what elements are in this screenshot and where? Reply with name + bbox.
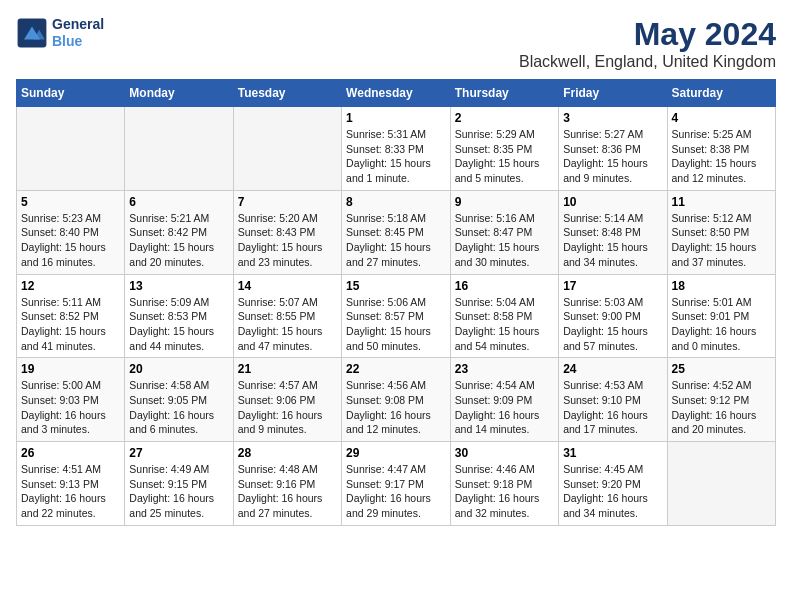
day-info: Sunrise: 5:23 AMSunset: 8:40 PMDaylight:…	[21, 211, 120, 270]
day-number: 19	[21, 362, 120, 376]
day-info: Sunrise: 4:49 AMSunset: 9:15 PMDaylight:…	[129, 462, 228, 521]
day-info: Sunrise: 4:46 AMSunset: 9:18 PMDaylight:…	[455, 462, 554, 521]
day-info: Sunrise: 5:25 AMSunset: 8:38 PMDaylight:…	[672, 127, 772, 186]
day-info: Sunrise: 4:52 AMSunset: 9:12 PMDaylight:…	[672, 378, 772, 437]
calendar-cell: 30Sunrise: 4:46 AMSunset: 9:18 PMDayligh…	[450, 442, 558, 526]
day-number: 20	[129, 362, 228, 376]
header: General Blue May 2024 Blackwell, England…	[16, 16, 776, 71]
day-number: 24	[563, 362, 662, 376]
day-number: 18	[672, 279, 772, 293]
day-info: Sunrise: 5:16 AMSunset: 8:47 PMDaylight:…	[455, 211, 554, 270]
day-number: 27	[129, 446, 228, 460]
day-info: Sunrise: 4:56 AMSunset: 9:08 PMDaylight:…	[346, 378, 446, 437]
day-number: 28	[238, 446, 337, 460]
calendar-cell	[667, 442, 776, 526]
day-info: Sunrise: 4:53 AMSunset: 9:10 PMDaylight:…	[563, 378, 662, 437]
weekday-header-wednesday: Wednesday	[342, 80, 451, 107]
weekday-header-monday: Monday	[125, 80, 233, 107]
day-number: 8	[346, 195, 446, 209]
day-info: Sunrise: 5:03 AMSunset: 9:00 PMDaylight:…	[563, 295, 662, 354]
day-info: Sunrise: 4:48 AMSunset: 9:16 PMDaylight:…	[238, 462, 337, 521]
calendar-cell: 15Sunrise: 5:06 AMSunset: 8:57 PMDayligh…	[342, 274, 451, 358]
day-info: Sunrise: 5:04 AMSunset: 8:58 PMDaylight:…	[455, 295, 554, 354]
calendar-cell: 4Sunrise: 5:25 AMSunset: 8:38 PMDaylight…	[667, 107, 776, 191]
calendar-table: SundayMondayTuesdayWednesdayThursdayFrid…	[16, 79, 776, 526]
calendar-cell	[233, 107, 341, 191]
calendar-cell	[125, 107, 233, 191]
calendar-cell: 11Sunrise: 5:12 AMSunset: 8:50 PMDayligh…	[667, 190, 776, 274]
day-number: 14	[238, 279, 337, 293]
day-number: 29	[346, 446, 446, 460]
day-info: Sunrise: 5:01 AMSunset: 9:01 PMDaylight:…	[672, 295, 772, 354]
calendar-cell	[17, 107, 125, 191]
day-number: 10	[563, 195, 662, 209]
calendar-cell: 18Sunrise: 5:01 AMSunset: 9:01 PMDayligh…	[667, 274, 776, 358]
day-info: Sunrise: 5:21 AMSunset: 8:42 PMDaylight:…	[129, 211, 228, 270]
day-info: Sunrise: 5:18 AMSunset: 8:45 PMDaylight:…	[346, 211, 446, 270]
calendar-cell: 16Sunrise: 5:04 AMSunset: 8:58 PMDayligh…	[450, 274, 558, 358]
day-number: 22	[346, 362, 446, 376]
weekday-header-saturday: Saturday	[667, 80, 776, 107]
calendar-cell: 2Sunrise: 5:29 AMSunset: 8:35 PMDaylight…	[450, 107, 558, 191]
calendar-cell: 8Sunrise: 5:18 AMSunset: 8:45 PMDaylight…	[342, 190, 451, 274]
calendar-week-5: 26Sunrise: 4:51 AMSunset: 9:13 PMDayligh…	[17, 442, 776, 526]
day-number: 16	[455, 279, 554, 293]
weekday-header-row: SundayMondayTuesdayWednesdayThursdayFrid…	[17, 80, 776, 107]
day-info: Sunrise: 4:57 AMSunset: 9:06 PMDaylight:…	[238, 378, 337, 437]
calendar-cell: 24Sunrise: 4:53 AMSunset: 9:10 PMDayligh…	[559, 358, 667, 442]
day-number: 23	[455, 362, 554, 376]
logo: General Blue	[16, 16, 104, 50]
day-info: Sunrise: 4:58 AMSunset: 9:05 PMDaylight:…	[129, 378, 228, 437]
day-number: 4	[672, 111, 772, 125]
day-info: Sunrise: 5:12 AMSunset: 8:50 PMDaylight:…	[672, 211, 772, 270]
day-number: 25	[672, 362, 772, 376]
calendar-cell: 7Sunrise: 5:20 AMSunset: 8:43 PMDaylight…	[233, 190, 341, 274]
day-number: 17	[563, 279, 662, 293]
day-number: 12	[21, 279, 120, 293]
day-number: 15	[346, 279, 446, 293]
day-info: Sunrise: 5:14 AMSunset: 8:48 PMDaylight:…	[563, 211, 662, 270]
logo-icon	[16, 17, 48, 49]
calendar-cell: 6Sunrise: 5:21 AMSunset: 8:42 PMDaylight…	[125, 190, 233, 274]
weekday-header-sunday: Sunday	[17, 80, 125, 107]
calendar-cell: 28Sunrise: 4:48 AMSunset: 9:16 PMDayligh…	[233, 442, 341, 526]
calendar-cell: 23Sunrise: 4:54 AMSunset: 9:09 PMDayligh…	[450, 358, 558, 442]
day-number: 30	[455, 446, 554, 460]
calendar-cell: 25Sunrise: 4:52 AMSunset: 9:12 PMDayligh…	[667, 358, 776, 442]
calendar-cell: 31Sunrise: 4:45 AMSunset: 9:20 PMDayligh…	[559, 442, 667, 526]
day-info: Sunrise: 5:11 AMSunset: 8:52 PMDaylight:…	[21, 295, 120, 354]
day-number: 1	[346, 111, 446, 125]
calendar-cell: 22Sunrise: 4:56 AMSunset: 9:08 PMDayligh…	[342, 358, 451, 442]
calendar-cell: 14Sunrise: 5:07 AMSunset: 8:55 PMDayligh…	[233, 274, 341, 358]
day-info: Sunrise: 5:27 AMSunset: 8:36 PMDaylight:…	[563, 127, 662, 186]
calendar-cell: 20Sunrise: 4:58 AMSunset: 9:05 PMDayligh…	[125, 358, 233, 442]
day-number: 5	[21, 195, 120, 209]
day-number: 3	[563, 111, 662, 125]
day-number: 26	[21, 446, 120, 460]
day-number: 31	[563, 446, 662, 460]
day-number: 13	[129, 279, 228, 293]
day-number: 2	[455, 111, 554, 125]
calendar-cell: 17Sunrise: 5:03 AMSunset: 9:00 PMDayligh…	[559, 274, 667, 358]
calendar-cell: 1Sunrise: 5:31 AMSunset: 8:33 PMDaylight…	[342, 107, 451, 191]
calendar-cell: 3Sunrise: 5:27 AMSunset: 8:36 PMDaylight…	[559, 107, 667, 191]
calendar-cell: 13Sunrise: 5:09 AMSunset: 8:53 PMDayligh…	[125, 274, 233, 358]
title-area: May 2024 Blackwell, England, United King…	[519, 16, 776, 71]
day-info: Sunrise: 5:20 AMSunset: 8:43 PMDaylight:…	[238, 211, 337, 270]
calendar-cell: 21Sunrise: 4:57 AMSunset: 9:06 PMDayligh…	[233, 358, 341, 442]
calendar-cell: 26Sunrise: 4:51 AMSunset: 9:13 PMDayligh…	[17, 442, 125, 526]
calendar-week-3: 12Sunrise: 5:11 AMSunset: 8:52 PMDayligh…	[17, 274, 776, 358]
day-info: Sunrise: 5:29 AMSunset: 8:35 PMDaylight:…	[455, 127, 554, 186]
weekday-header-thursday: Thursday	[450, 80, 558, 107]
calendar-subtitle: Blackwell, England, United Kingdom	[519, 53, 776, 71]
day-number: 9	[455, 195, 554, 209]
logo-text: General Blue	[52, 16, 104, 50]
day-info: Sunrise: 5:06 AMSunset: 8:57 PMDaylight:…	[346, 295, 446, 354]
weekday-header-tuesday: Tuesday	[233, 80, 341, 107]
day-number: 7	[238, 195, 337, 209]
calendar-cell: 9Sunrise: 5:16 AMSunset: 8:47 PMDaylight…	[450, 190, 558, 274]
day-info: Sunrise: 4:54 AMSunset: 9:09 PMDaylight:…	[455, 378, 554, 437]
calendar-week-1: 1Sunrise: 5:31 AMSunset: 8:33 PMDaylight…	[17, 107, 776, 191]
day-number: 6	[129, 195, 228, 209]
day-info: Sunrise: 5:31 AMSunset: 8:33 PMDaylight:…	[346, 127, 446, 186]
